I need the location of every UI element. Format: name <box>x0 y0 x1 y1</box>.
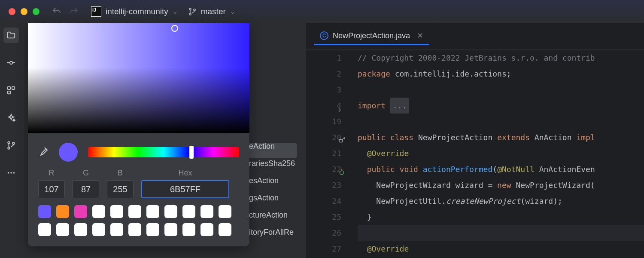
color-swatch[interactable] <box>146 205 159 218</box>
code-line[interactable]: NewProjectWizard wizard = new NewProject… <box>358 177 644 193</box>
branch-selector[interactable]: master ⌄ <box>188 7 235 16</box>
commit-tool-icon[interactable] <box>3 55 19 71</box>
close-tab-icon[interactable]: ✕ <box>417 31 423 40</box>
color-swatch[interactable] <box>56 205 69 218</box>
project-selector[interactable]: IJ intellij-community ⌄ <box>91 6 178 17</box>
color-swatch[interactable] <box>200 205 213 218</box>
code-line[interactable] <box>358 225 644 241</box>
code-line[interactable]: NewProjectUtil.createNewProject(wizard); <box>358 193 644 209</box>
color-swatch[interactable] <box>182 223 195 236</box>
undo-button[interactable] <box>52 6 62 17</box>
svg-point-9 <box>12 142 15 144</box>
code-area[interactable]: // Copyright 2000-2022 JetBrains s.r.o. … <box>358 50 644 258</box>
color-swatch[interactable] <box>200 223 213 236</box>
svg-point-10 <box>7 172 9 174</box>
code-editor[interactable]: 1234192021222324252627 // Copyright 2000… <box>306 50 644 258</box>
list-item[interactable]: esAction <box>249 172 295 189</box>
list-item[interactable]: gsAction <box>249 189 295 206</box>
color-swatch[interactable] <box>92 205 105 218</box>
code-line[interactable] <box>358 114 644 129</box>
line-number: 27 <box>306 241 341 257</box>
code-line[interactable]: package com.intellij.ide.actions; <box>358 66 644 82</box>
fold-arrow-icon[interactable] <box>334 103 343 111</box>
list-item[interactable]: rariesSha256 <box>249 155 295 172</box>
color-swatch[interactable] <box>219 223 231 236</box>
code-line[interactable]: public class NewProjectAction extends An… <box>358 129 644 145</box>
svg-point-1 <box>189 13 191 15</box>
branch-name-label: master <box>201 7 226 16</box>
color-swatch[interactable] <box>74 223 87 236</box>
line-number: 3 <box>306 82 341 98</box>
g-input[interactable] <box>73 180 99 198</box>
color-swatch[interactable] <box>128 223 141 236</box>
color-swatch[interactable] <box>92 223 105 236</box>
svg-rect-6 <box>7 91 10 94</box>
override-gutter-icon[interactable] <box>337 165 346 174</box>
gutter: 1234192021222324252627 <box>306 50 358 258</box>
code-line[interactable]: // Copyright 2000-2022 JetBrains s.r.o. … <box>358 50 644 66</box>
color-swatch[interactable] <box>56 223 69 236</box>
swatches-grid <box>28 205 249 246</box>
line-number: 25 <box>306 209 341 225</box>
svg-point-7 <box>8 141 10 144</box>
hex-label: Hex <box>178 169 192 178</box>
sv-cursor[interactable] <box>171 25 178 32</box>
saturation-value-area[interactable] <box>28 23 249 133</box>
line-number: 24 <box>306 193 341 209</box>
current-color-swatch <box>59 143 78 162</box>
color-swatch[interactable] <box>219 205 231 218</box>
editor-tab[interactable]: C NewProjectAction.java ✕ <box>314 28 429 45</box>
code-line[interactable]: import ... <box>358 98 644 114</box>
svg-point-8 <box>8 147 10 149</box>
line-number: 23 <box>306 177 341 193</box>
vcs-tool-icon[interactable] <box>3 138 19 153</box>
hue-thumb[interactable] <box>189 146 194 159</box>
redo-button[interactable] <box>69 6 79 17</box>
java-class-icon: C <box>320 31 328 40</box>
code-line[interactable]: } <box>358 209 644 225</box>
color-swatch[interactable] <box>146 223 159 236</box>
maximize-window-button[interactable] <box>33 8 39 15</box>
hue-slider[interactable] <box>88 147 239 157</box>
color-swatch[interactable] <box>128 205 141 218</box>
color-swatch[interactable] <box>164 223 177 236</box>
svg-point-2 <box>194 9 195 11</box>
code-line[interactable]: @Override <box>358 241 644 257</box>
list-item[interactable]: itoryForAllRe <box>249 224 295 241</box>
git-branch-icon <box>188 7 197 16</box>
class-list-fragment: eActionrariesSha256esActiongsActioncture… <box>249 138 295 241</box>
list-item[interactable]: eAction <box>249 138 295 155</box>
close-window-button[interactable] <box>9 8 15 15</box>
color-swatch[interactable] <box>182 205 195 218</box>
color-swatch[interactable] <box>110 223 123 236</box>
code-line[interactable]: @Override <box>358 145 644 161</box>
svg-rect-13 <box>339 140 343 142</box>
line-number: 22 <box>306 161 341 177</box>
titlebar: IJ intellij-community ⌄ master ⌄ <box>0 0 644 23</box>
project-tool-icon[interactable] <box>3 28 19 43</box>
r-label: R <box>49 169 55 178</box>
svg-point-14 <box>340 171 344 175</box>
list-item[interactable]: ctureAction <box>249 206 295 224</box>
color-swatch[interactable] <box>74 205 87 218</box>
minimize-window-button[interactable] <box>21 8 27 15</box>
color-swatch[interactable] <box>38 223 51 236</box>
color-swatch[interactable] <box>164 205 177 218</box>
color-swatch[interactable] <box>110 205 123 218</box>
line-number: 21 <box>306 145 341 161</box>
hex-input[interactable] <box>141 180 229 198</box>
code-line[interactable]: public void actionPerformed(@NotNull AnA… <box>358 161 644 177</box>
r-input[interactable] <box>38 180 65 198</box>
eyedropper-button[interactable] <box>38 146 49 158</box>
intellij-logo-icon: IJ <box>91 6 101 17</box>
line-number: 26 <box>306 225 341 241</box>
implements-gutter-icon[interactable] <box>337 133 346 142</box>
b-input[interactable] <box>107 180 134 198</box>
project-name-label: intellij-community <box>106 7 168 16</box>
ai-tool-icon[interactable] <box>3 110 19 126</box>
more-tool-icon[interactable] <box>3 165 19 181</box>
code-line[interactable] <box>358 82 644 98</box>
color-swatch[interactable] <box>38 205 51 218</box>
line-number: 1 <box>306 50 341 66</box>
structure-tool-icon[interactable] <box>3 83 19 98</box>
